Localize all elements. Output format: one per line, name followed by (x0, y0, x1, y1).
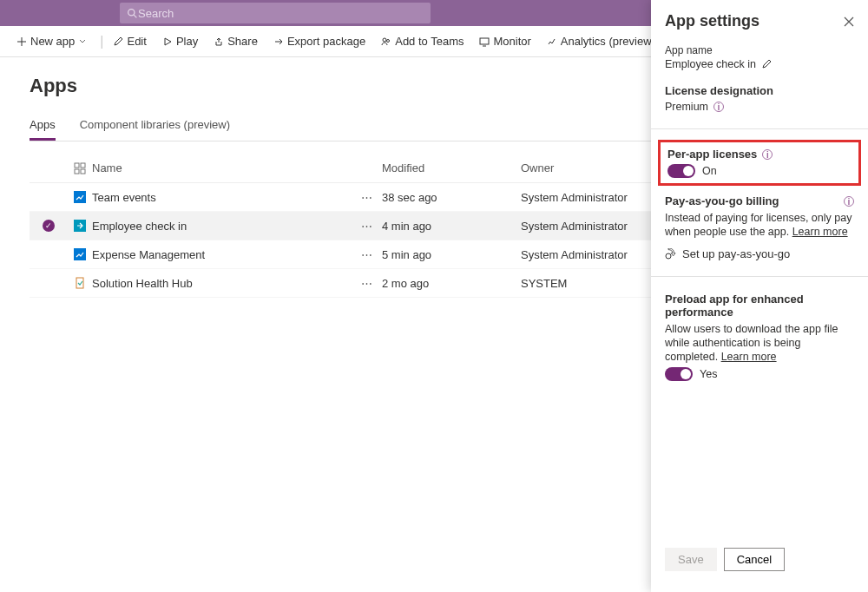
svg-point-15 (666, 253, 671, 259)
teams-icon (381, 36, 391, 47)
svg-rect-14 (76, 278, 83, 288)
svg-point-0 (128, 9, 135, 15)
preload-toggle[interactable] (665, 367, 693, 381)
app-type-icon (68, 220, 92, 232)
monitor-label: Monitor (493, 35, 530, 48)
svg-rect-11 (74, 191, 86, 203)
edit-button[interactable]: Edit (107, 31, 152, 51)
close-button[interactable] (844, 16, 854, 27)
per-app-licenses-highlight: Per-app licenses i On (658, 140, 861, 186)
search-icon (127, 8, 138, 19)
grid-icon (74, 162, 86, 174)
share-icon (214, 36, 224, 47)
license-value: Premium (665, 101, 708, 113)
app-name-label: App name (665, 44, 854, 56)
row-select[interactable]: ✓ (30, 220, 68, 232)
per-app-title: Per-app licenses (667, 148, 757, 161)
svg-point-3 (383, 38, 386, 42)
row-more-button[interactable]: ⋯ (352, 220, 382, 233)
app-name-value: Employee check in (665, 58, 756, 70)
header-icon[interactable] (68, 162, 92, 174)
analytics-icon (547, 36, 557, 47)
panel-title: App settings (665, 12, 844, 30)
share-button[interactable]: Share (207, 31, 264, 51)
modified-cell: 2 mo ago (382, 277, 521, 290)
per-app-toggle[interactable] (667, 164, 695, 178)
monitor-icon (479, 36, 490, 47)
svg-point-4 (387, 39, 390, 42)
modified-cell: 4 min ago (382, 220, 521, 233)
svg-rect-5 (480, 38, 489, 44)
analytics-button[interactable]: Analytics (preview) (541, 31, 661, 51)
new-app-button[interactable]: New app (10, 31, 96, 51)
export-icon (273, 36, 284, 47)
row-more-button[interactable]: ⋯ (352, 191, 382, 204)
svg-rect-13 (74, 248, 86, 260)
app-name-cell[interactable]: Employee check in (92, 220, 352, 233)
edit-app-name-button[interactable] (761, 59, 772, 69)
export-button[interactable]: Export package (267, 31, 372, 51)
divider (651, 128, 868, 129)
add-teams-label: Add to Teams (395, 35, 464, 48)
app-type-icon (68, 248, 92, 260)
plus-icon (16, 36, 27, 47)
svg-rect-7 (75, 163, 79, 168)
preload-learn-more-link[interactable]: Learn more (721, 351, 777, 363)
tab-component-libraries[interactable]: Component libraries (preview) (80, 111, 230, 141)
chevron-down-icon (78, 37, 87, 46)
export-label: Export package (287, 35, 365, 48)
per-app-state: On (702, 165, 717, 177)
info-icon[interactable]: i (844, 196, 854, 207)
setup-payg-button[interactable]: Set up pay-as-you-go (665, 247, 854, 260)
app-type-icon (68, 277, 92, 289)
panel-footer: Save Cancel (665, 539, 854, 580)
svg-rect-9 (75, 169, 79, 174)
app-name-cell[interactable]: Team events (92, 191, 352, 204)
app-type-icon (68, 191, 92, 203)
search-input[interactable] (138, 7, 424, 20)
pencil-icon (761, 59, 772, 69)
checkmark-icon: ✓ (43, 220, 55, 232)
license-designation-label: License designation (665, 84, 854, 97)
divider (651, 276, 868, 277)
monitor-button[interactable]: Monitor (473, 31, 536, 51)
play-label: Play (176, 35, 198, 48)
info-icon[interactable]: i (713, 102, 724, 112)
save-button: Save (665, 548, 717, 571)
analytics-label: Analytics (preview) (561, 35, 655, 48)
svg-line-1 (134, 15, 136, 17)
edit-label: Edit (127, 35, 146, 48)
app-settings-panel: App settings App name Employee check in … (651, 0, 868, 592)
cancel-button[interactable]: Cancel (724, 548, 785, 571)
setup-payg-label: Set up pay-as-you-go (682, 247, 790, 260)
app-name-cell[interactable]: Solution Health Hub (92, 277, 352, 290)
payg-title: Pay-as-you-go billing (665, 194, 779, 207)
payg-learn-more-link[interactable]: Learn more (792, 226, 848, 238)
header-modified[interactable]: Modified (382, 161, 521, 174)
svg-rect-10 (81, 169, 85, 174)
header-name[interactable]: Name (92, 161, 352, 174)
tab-apps[interactable]: Apps (30, 111, 56, 141)
play-icon (162, 36, 173, 47)
info-icon[interactable]: i (762, 149, 773, 160)
preload-state: Yes (700, 368, 717, 380)
play-button[interactable]: Play (156, 31, 204, 51)
share-label: Share (227, 35, 258, 48)
add-teams-button[interactable]: Add to Teams (375, 31, 470, 51)
row-more-button[interactable]: ⋯ (352, 248, 382, 261)
app-name-cell[interactable]: Expense Management (92, 248, 352, 261)
svg-rect-8 (81, 163, 85, 168)
close-icon (844, 16, 854, 27)
payg-icon (665, 248, 677, 260)
modified-cell: 38 sec ago (382, 191, 521, 204)
new-app-label: New app (30, 35, 75, 48)
modified-cell: 5 min ago (382, 248, 521, 261)
pencil-icon (113, 36, 123, 47)
row-more-button[interactable]: ⋯ (352, 277, 382, 290)
preload-title: Preload app for enhanced performance (665, 293, 854, 319)
search-box[interactable] (120, 3, 431, 23)
